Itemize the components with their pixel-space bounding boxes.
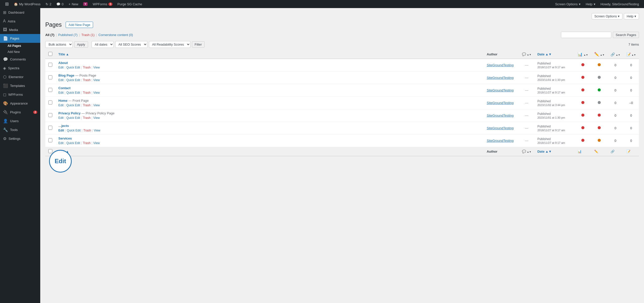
- col-header-title[interactable]: Title ▲: [55, 50, 484, 59]
- sidebar-item-elementor[interactable]: ⬡ Elementor: [0, 73, 40, 81]
- edit-link[interactable]: Edit: [58, 129, 64, 132]
- row-checkbox[interactable]: [48, 88, 52, 92]
- adminbar-wpforms[interactable]: WPForms 3: [90, 0, 115, 8]
- filter-button[interactable]: Filter: [192, 41, 205, 48]
- author-link[interactable]: SiteGroundTesting: [487, 101, 514, 105]
- edit-link[interactable]: Edit: [58, 141, 64, 145]
- author-link[interactable]: SiteGroundTesting: [487, 114, 514, 117]
- quick-edit-link[interactable]: Quick Edit: [66, 66, 80, 69]
- filter-trash[interactable]: Trash (1): [82, 33, 95, 37]
- quick-edit-link[interactable]: Quick Edit: [66, 104, 80, 107]
- filter-published[interactable]: Published (7): [58, 33, 78, 37]
- sidebar-item-plugins[interactable]: 🔌 Plugins 2: [0, 108, 40, 117]
- col-footer-date[interactable]: Date ▲▼: [534, 147, 575, 156]
- page-title-link[interactable]: Privacy Policy: [58, 111, 80, 115]
- page-title-link[interactable]: Blog Page: [58, 74, 74, 77]
- sidebar-item-spectra[interactable]: ◈ Spectra: [0, 64, 40, 73]
- view-link[interactable]: View: [93, 104, 100, 107]
- all-dates-select[interactable]: All dates: [92, 41, 114, 48]
- row-checkbox[interactable]: [48, 113, 52, 117]
- author-link[interactable]: SiteGroundTesting: [487, 76, 514, 80]
- adminbar-updates[interactable]: ↻ 2: [43, 0, 54, 8]
- view-link[interactable]: View: [93, 66, 100, 69]
- links-count: 0: [615, 63, 616, 67]
- edit-link[interactable]: Edit: [58, 78, 64, 82]
- adminbar-comments[interactable]: 💬 0: [54, 0, 66, 8]
- filter-all[interactable]: All (7): [45, 33, 54, 37]
- sidebar-item-media[interactable]: 🖼 Media: [0, 25, 40, 34]
- sidebar-item-appearance[interactable]: 🎨 Appearance: [0, 99, 40, 108]
- row-checkbox[interactable]: [48, 138, 52, 142]
- row-checkbox[interactable]: [48, 126, 52, 130]
- row-checkbox[interactable]: [48, 75, 52, 79]
- sidebar-item-astra[interactable]: A Astra: [0, 17, 40, 25]
- page-title-link[interactable]: …jects: [58, 124, 69, 128]
- edit-link[interactable]: Edit: [58, 66, 64, 69]
- quick-edit-link[interactable]: Quick Edit: [66, 116, 80, 120]
- view-link[interactable]: View: [94, 129, 100, 132]
- quick-edit-link[interactable]: Quick Edit: [66, 141, 80, 145]
- sidebar-item-settings[interactable]: ⚙ Settings: [0, 134, 40, 143]
- add-new-page-button[interactable]: Add New Page: [66, 22, 93, 28]
- author-link[interactable]: SiteGroundTesting: [487, 126, 514, 130]
- select-all-checkbox-footer[interactable]: [48, 149, 52, 153]
- sidebar-item-dashboard[interactable]: ⊞ Dashboard: [0, 8, 40, 17]
- help-button[interactable]: Help ▾: [624, 13, 639, 19]
- apply-button[interactable]: Apply: [74, 41, 88, 48]
- search-pages-button[interactable]: Search Pages: [613, 32, 639, 38]
- col-header-date[interactable]: Date ▲▼: [534, 50, 575, 59]
- screen-options-button[interactable]: Screen Options ▾: [592, 13, 623, 19]
- view-link[interactable]: View: [93, 78, 100, 82]
- trash-link[interactable]: Trash: [83, 66, 91, 69]
- adminbar-wp-logo[interactable]: ⊞: [3, 0, 11, 8]
- words-count: 0: [630, 76, 632, 80]
- trash-link[interactable]: Trash: [83, 116, 91, 120]
- adminbar-help[interactable]: Help ▾: [583, 0, 598, 8]
- sidebar-item-comments[interactable]: 💬 Comments: [0, 55, 40, 64]
- author-link[interactable]: SiteGroundTesting: [487, 139, 514, 143]
- quick-edit-link[interactable]: Quick Edit: [66, 78, 80, 82]
- search-pages-input[interactable]: [561, 32, 611, 38]
- row-author-cell: SiteGroundTesting: [484, 84, 519, 97]
- adminbar-screen-options[interactable]: Screen Options ▾: [553, 0, 583, 8]
- sidebar-item-wpforms[interactable]: ◻ WPForms: [0, 90, 40, 99]
- sidebar-subitem-add-new[interactable]: Add New: [0, 49, 40, 55]
- trash-link[interactable]: Trash: [84, 129, 91, 132]
- page-title-link[interactable]: Home: [58, 99, 67, 103]
- select-all-checkbox[interactable]: [48, 52, 52, 56]
- trash-link[interactable]: Trash: [83, 91, 91, 94]
- trash-link[interactable]: Trash: [83, 78, 91, 82]
- adminbar-purge-cache[interactable]: Purge SG Cache: [115, 0, 145, 8]
- edit-link[interactable]: Edit: [58, 116, 64, 120]
- row-checkbox[interactable]: [48, 63, 52, 67]
- bulk-actions-select[interactable]: Bulk actions: [45, 41, 73, 48]
- quick-edit-link[interactable]: Quick Edit: [66, 91, 80, 94]
- row-title-cell: Services Edit | Quick Edit | Trash | Vie…: [55, 134, 484, 147]
- sidebar-item-users[interactable]: 👤 Users: [0, 117, 40, 125]
- author-link[interactable]: SiteGroundTesting: [487, 88, 514, 92]
- adminbar-new[interactable]: + New: [66, 0, 81, 8]
- trash-link[interactable]: Trash: [83, 141, 91, 145]
- adminbar-yoast[interactable]: Y: [81, 0, 90, 8]
- view-link[interactable]: View: [93, 116, 100, 120]
- sidebar-item-tools[interactable]: 🔧 Tools: [0, 125, 40, 134]
- edit-link[interactable]: Edit: [58, 91, 64, 94]
- all-readability-scores-select[interactable]: All Readability Scores: [149, 41, 190, 48]
- page-title-link[interactable]: Services: [58, 137, 72, 140]
- sidebar-subitem-all-pages[interactable]: All Pages: [0, 43, 40, 49]
- author-link[interactable]: SiteGroundTesting: [487, 63, 514, 67]
- edit-link[interactable]: Edit: [58, 104, 64, 107]
- sidebar-item-pages[interactable]: 📄 Pages: [0, 34, 40, 43]
- col-footer-title[interactable]: Title ▲: [55, 147, 484, 156]
- sidebar-item-templates[interactable]: ⬛ Templates: [0, 81, 40, 90]
- trash-link[interactable]: Trash: [83, 104, 91, 107]
- quick-edit-link[interactable]: Quick Edit: [67, 129, 81, 132]
- adminbar-site-name[interactable]: 🏠 My WordPress: [11, 0, 43, 8]
- all-seo-scores-select[interactable]: All SEO Scores: [115, 41, 147, 48]
- view-link[interactable]: View: [93, 91, 100, 94]
- page-title-link[interactable]: Contact: [58, 86, 70, 90]
- filter-cornerstone[interactable]: Cornerstone content (0): [98, 33, 133, 37]
- row-checkbox[interactable]: [48, 100, 52, 105]
- view-link[interactable]: View: [93, 141, 100, 145]
- page-title-link[interactable]: About: [58, 61, 68, 65]
